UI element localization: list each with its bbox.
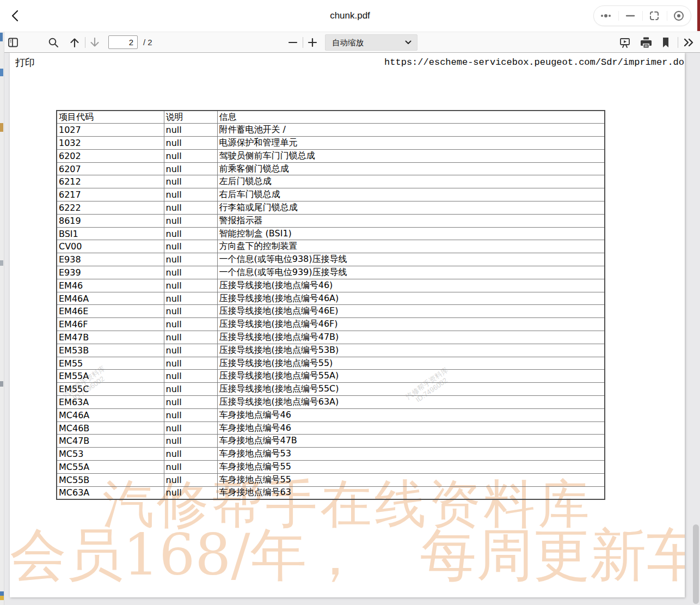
zoom-out-button[interactable] (285, 32, 300, 52)
table-cell: null (164, 448, 217, 461)
table-cell: 右后车门锁总成 (217, 188, 605, 201)
table-cell: null (164, 318, 217, 331)
table-cell: 车身接地点编号55 (217, 473, 605, 486)
table-row: BSI1null智能控制盒 (BSI1) (57, 227, 605, 240)
page-number-input[interactable] (108, 35, 138, 49)
record-button[interactable] (667, 6, 691, 26)
printer-icon (640, 36, 653, 49)
sidebar-toggle-button[interactable] (5, 32, 21, 52)
more-options-button[interactable] (594, 6, 618, 26)
table-cell: 6217 (57, 188, 164, 201)
table-cell: null (164, 370, 217, 383)
table-row: 8619null警报指示器 (57, 214, 605, 227)
search-button[interactable] (46, 32, 60, 52)
minimize-button[interactable] (618, 6, 643, 26)
restore-window-button[interactable] (642, 6, 667, 26)
print-button[interactable] (638, 32, 654, 52)
bookmark-icon (660, 36, 671, 48)
pdf-toolbar: / 2 自动缩放 (0, 32, 700, 53)
search-icon (47, 36, 59, 48)
table-row: EM46null压接导线接地(接地点编号46) (57, 279, 605, 292)
table-cell: 前乘客侧门锁总成 (217, 162, 605, 175)
table-cell: null (164, 201, 217, 215)
table-cell: 压接导线接地(接地点编号63A) (217, 396, 605, 409)
table-cell: null (164, 124, 217, 137)
previous-page-button[interactable] (67, 32, 82, 52)
watermark-line2: 会员168/年， 每周更新车型 (10, 524, 685, 585)
zoom-in-button[interactable] (305, 32, 320, 52)
table-cell: E939 (57, 266, 164, 279)
presentation-mode-button[interactable] (617, 32, 633, 52)
table-cell: 左后门锁总成 (217, 175, 605, 188)
window-title: chunk.pdf (109, 0, 591, 32)
back-button[interactable] (8, 8, 24, 24)
table-cell: null (164, 473, 217, 486)
table-cell: 警报指示器 (217, 214, 605, 227)
table-row: MC46Bnull车身接地点编号46 (57, 421, 605, 435)
chevron-down-icon (405, 40, 417, 45)
print-header-label: 打印 (15, 56, 35, 69)
table-cell: MC55B (57, 473, 164, 486)
window-edge-fragment (0, 381, 3, 387)
table-cell: EM46 (57, 279, 164, 292)
table-row: 6207null前乘客侧门锁总成 (57, 162, 605, 175)
vertical-scrollbar-thumb[interactable] (693, 524, 699, 604)
sidebar-toggle-icon (7, 36, 19, 48)
table-cell: null (164, 305, 217, 318)
table-row: MC55Bnull车身接地点编号55 (57, 473, 605, 486)
table-cell: MC53 (57, 448, 164, 461)
table-cell: 电源保护和管理单元 (217, 137, 605, 150)
table-cell: 车身接地点编号46 (217, 408, 605, 421)
table-row: EM46Fnull压接导线接地(接地点编号46F) (57, 318, 605, 331)
pdf-page: 打印 https://escheme-servicebox.peugeot.co… (10, 53, 685, 597)
table-row: EM55Cnull压接导线接地(接地点编号55C) (57, 383, 605, 396)
table-cell: 8619 (57, 214, 164, 227)
table-cell: null (164, 383, 217, 396)
circle-dot-icon (672, 9, 685, 22)
page-count-label: / 2 (143, 32, 152, 52)
table-cell: null (164, 227, 217, 240)
table-cell: BSI1 (57, 227, 164, 240)
column-header: 说明 (164, 111, 217, 124)
table-cell: 附件蓄电池开关 / (217, 124, 605, 137)
table-cell: 压接导线接地(接地点编号53B) (217, 344, 605, 357)
table-row: EM47Bnull压接导线接地(接地点编号47B) (57, 331, 605, 344)
table-cell: 一个信息(或等电位938)压接导线 (217, 253, 605, 266)
table-cell: null (164, 461, 217, 474)
bookmark-button[interactable] (659, 32, 673, 52)
toolbar-divider (678, 37, 678, 48)
table-row: 1027null附件蓄电池开关 / (57, 124, 605, 137)
table-cell: 车身接地点编号46 (217, 421, 605, 435)
table-cell: 智能控制盒 (BSI1) (217, 227, 605, 240)
table-cell: EM46E (57, 305, 164, 318)
table-cell: null (164, 435, 217, 448)
background-window-red-edge (697, 0, 700, 31)
presentation-icon (619, 36, 631, 48)
table-cell: 1032 (57, 137, 164, 150)
chevron-left-icon (8, 8, 24, 24)
table-cell: 一个信息(或等电位939)压接导线 (217, 266, 605, 279)
next-page-button[interactable] (87, 32, 102, 52)
table-cell: 车身接地点编号53 (217, 448, 605, 461)
table-row: 1032null电源保护和管理单元 (57, 137, 605, 150)
table-row: 6202null驾驶员侧前车门门锁总成 (57, 149, 605, 162)
table-cell: 压接导线接地(接地点编号46F) (217, 318, 605, 331)
column-header: 项目代码 (57, 111, 164, 124)
more-tools-button[interactable] (680, 32, 697, 52)
table-cell: EM55A (57, 370, 164, 383)
table-cell: 压接导线接地(接地点编号55A) (217, 370, 605, 383)
table-cell: EM53B (57, 344, 164, 357)
table-cell: 车身接地点编号47B (217, 435, 605, 448)
column-header: 信息 (217, 111, 605, 124)
table-cell: null (164, 175, 217, 188)
table-cell: null (164, 253, 217, 266)
table-cell: EM47B (57, 331, 164, 344)
table-row: EM46Anull压接导线接地(接地点编号46A) (57, 292, 605, 305)
table-cell: null (164, 266, 217, 279)
table-cell: null (164, 214, 217, 227)
zoom-level-select[interactable]: 自动缩放 (325, 34, 417, 51)
table-cell: 方向盘下的控制装置 (217, 240, 605, 253)
table-row: 6222null行李箱或尾门锁总成 (57, 201, 605, 215)
table-cell: 6202 (57, 149, 164, 162)
table-header-row: 项目代码说明信息 (57, 111, 605, 124)
